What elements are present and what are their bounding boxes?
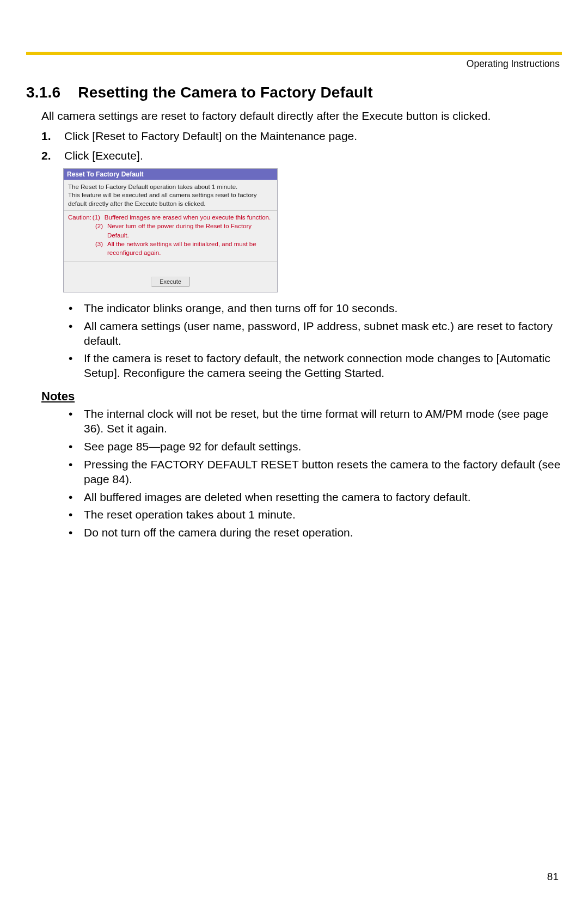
caution-text: Never turn off the power during the Rese…: [107, 222, 273, 239]
note-item: Pressing the FACTORY DEFAULT RESET butto…: [64, 457, 562, 487]
step-text: Click [Execute].: [64, 149, 143, 162]
panel-description: The Reset to Factory Default operation t…: [64, 180, 277, 211]
note-item: See page 85—page 92 for default settings…: [64, 440, 562, 454]
bullet-item: The indicator blinks orange, and then tu…: [64, 301, 562, 316]
caution-num: (3): [95, 240, 107, 257]
caution-num: (2): [95, 222, 107, 239]
notes-heading: Notes: [41, 389, 562, 404]
section-title: Resetting the Camera to Factory Default: [78, 84, 372, 101]
step-text: Click [Reset to Factory Default] on the …: [64, 130, 357, 142]
panel-button-row: Execute: [64, 262, 277, 292]
document-page: Operating Instructions 3.1.6Resetting th…: [0, 0, 588, 909]
section-intro: All camera settings are reset to factory…: [41, 109, 562, 123]
step-number: 2.: [41, 148, 51, 163]
note-item: The internal clock will not be reset, bu…: [64, 407, 562, 436]
step-item: 1.Click [Reset to Factory Default] on th…: [41, 129, 562, 143]
running-header: Operating Instructions: [26, 58, 560, 70]
step-number: 1.: [41, 129, 51, 143]
note-item: Do not turn off the camera during the re…: [64, 526, 562, 540]
page-number: 81: [547, 871, 559, 883]
section-heading: 3.1.6Resetting the Camera to Factory Def…: [26, 84, 562, 101]
panel-desc-line1: The Reset to Factory Default operation t…: [68, 184, 237, 190]
step-list: 1.Click [Reset to Factory Default] on th…: [41, 129, 562, 163]
bullet-item: If the camera is reset to factory defaul…: [64, 351, 562, 381]
top-rule: [26, 52, 562, 55]
reset-panel: Reset To Factory Default The Reset to Fa…: [63, 168, 278, 292]
section-number: 3.1.6: [26, 84, 60, 101]
panel-desc-line2: This feature will be executed and all ca…: [68, 192, 256, 207]
execute-button[interactable]: Execute: [151, 277, 189, 286]
caution-label: Caution:: [68, 213, 91, 222]
caution-text: Buffered images are erased when you exec…: [105, 213, 273, 222]
caution-text: All the network settings will be initial…: [107, 240, 273, 257]
note-item: The reset operation takes about 1 minute…: [64, 508, 562, 522]
caution-num: (1): [93, 213, 105, 222]
bullet-item: All camera settings (user name, password…: [64, 319, 562, 349]
step-item: 2.Click [Execute].: [41, 148, 562, 163]
notes-list: The internal clock will not be reset, bu…: [64, 407, 562, 540]
panel-titlebar: Reset To Factory Default: [64, 169, 277, 180]
after-bullets: The indicator blinks orange, and then tu…: [64, 301, 562, 381]
note-item: All buffered images are deleted when res…: [64, 490, 562, 505]
caution-block: Caution: (1) Buffered images are erased …: [64, 211, 277, 261]
